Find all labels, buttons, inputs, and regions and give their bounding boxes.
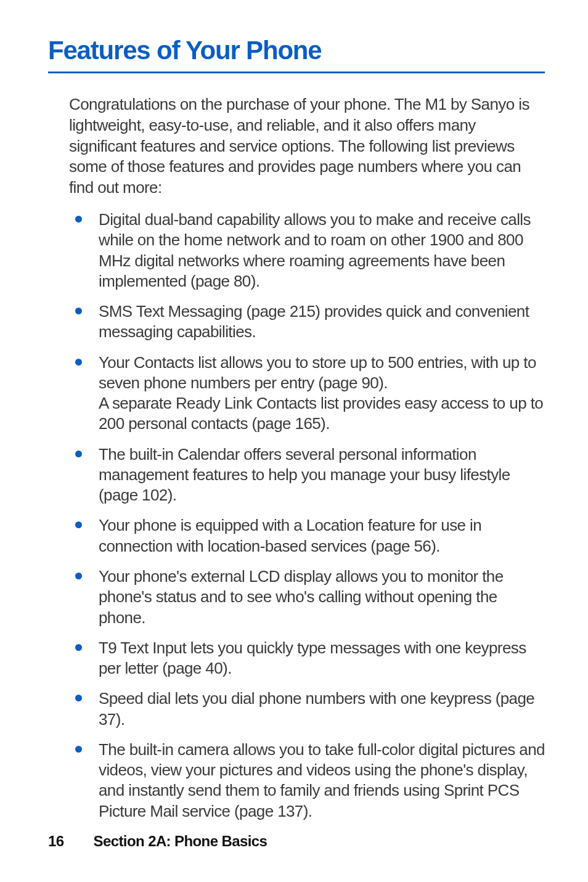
bullet-icon [75, 216, 82, 223]
list-item-text: Your Contacts list allows you to store u… [99, 353, 543, 433]
bullet-icon [75, 644, 82, 651]
list-item: T9 Text Input lets you quickly type mess… [69, 638, 545, 679]
list-item: The built-in Calendar offers several per… [69, 444, 545, 506]
bullet-icon [75, 695, 82, 701]
list-item-text: SMS Text Messaging (page 215) provides q… [99, 302, 529, 341]
feature-list: Digital dual-band capability allows you … [69, 210, 545, 822]
list-item-text: Your phone's external LCD display allows… [99, 567, 504, 627]
list-item: Digital dual-band capability allows you … [69, 210, 545, 292]
section-label: Section 2A: Phone Basics [94, 833, 267, 849]
bullet-icon [75, 451, 82, 457]
bullet-icon [75, 521, 82, 528]
list-item-text: T9 Text Input lets you quickly type mess… [99, 639, 526, 677]
bullet-icon [75, 746, 82, 753]
page-footer: 16 Section 2A: Phone Basics [48, 833, 267, 850]
list-item: Speed dial lets you dial phone numbers w… [69, 688, 545, 730]
list-item-text: The built-in camera allows you to take f… [99, 740, 545, 820]
list-item: Your phone is equipped with a Location f… [69, 515, 545, 557]
page-number: 16 [48, 833, 64, 850]
page-heading: Features of Your Phone [48, 36, 545, 73]
bullet-icon [75, 359, 82, 365]
intro-paragraph: Congratulations on the purchase of your … [69, 94, 545, 198]
list-item-text: Digital dual-band capability allows you … [99, 210, 531, 290]
list-item: SMS Text Messaging (page 215) provides q… [69, 301, 545, 343]
list-item-text: Speed dial lets you dial phone numbers w… [99, 689, 534, 728]
bullet-icon [75, 308, 82, 314]
list-item-text: Your phone is equipped with a Location f… [99, 516, 481, 555]
list-item: Your Contacts list allows you to store u… [69, 353, 545, 435]
list-item-text: The built-in Calendar offers several per… [99, 445, 510, 505]
bullet-icon [75, 573, 82, 579]
list-item: The built-in camera allows you to take f… [69, 740, 545, 822]
list-item: Your phone's external LCD display allows… [69, 566, 545, 628]
